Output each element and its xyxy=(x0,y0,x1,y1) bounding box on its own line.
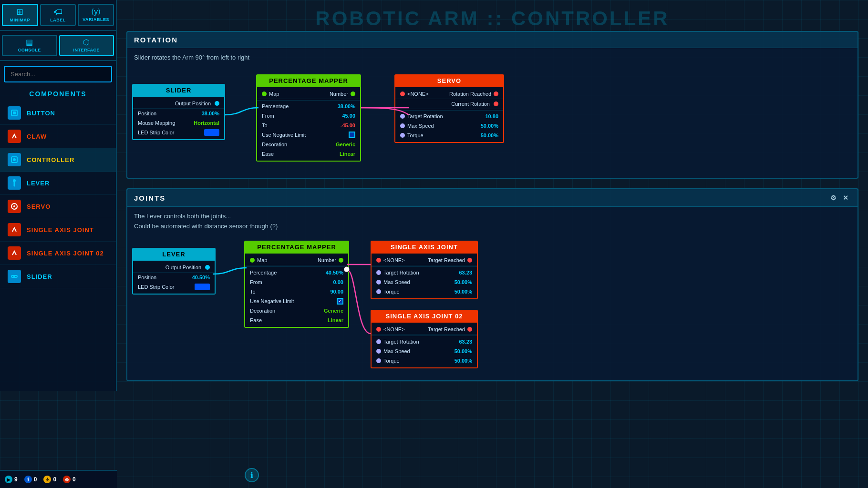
neg-limit-checkbox[interactable] xyxy=(349,132,355,138)
console-label: CONSOLE xyxy=(18,48,41,52)
joints-panel-title: JOINTS ⚙ ✕ xyxy=(127,189,858,207)
info-button-icon: ℹ xyxy=(250,471,253,480)
sidebar-item-button[interactable]: BUTTON xyxy=(0,102,116,125)
info-button[interactable]: ℹ xyxy=(245,468,259,482)
variables-button[interactable]: ⟨y⟩ VARIABLES xyxy=(78,4,114,26)
joints-wires xyxy=(127,238,858,386)
pct-mapper-rotation-io-row: Map Number xyxy=(257,89,360,99)
pct-mapper-rotation-body: Map Number Percentage 38.00% From xyxy=(256,87,361,162)
sidebar-item-lever[interactable]: LEVER xyxy=(0,172,116,195)
servo-target-rotation: Target Rotation 10.80 xyxy=(395,112,503,121)
pct-rot-percentage: Percentage 38.00% xyxy=(257,102,360,111)
pct-joints-to: To 90.00 xyxy=(245,287,348,296)
button-icon xyxy=(8,106,21,120)
saj-max-speed: Max Speed 50.00% xyxy=(372,277,477,287)
info-item-info: ℹ 0 xyxy=(24,476,37,483)
sidebar-item-controller[interactable]: CONTROLLER xyxy=(0,148,116,172)
pct-rot-neg-limit: Use Negative Limit xyxy=(257,130,360,140)
error-count: 0 xyxy=(72,476,76,483)
info-count: 0 xyxy=(34,476,37,483)
variables-icon: ⟨y⟩ xyxy=(91,8,101,16)
lever-component-label: LEVER xyxy=(27,180,50,187)
controller-icon xyxy=(8,153,21,166)
sidebar-second-row: ▤ CONSOLE ⬡ INTERFACE xyxy=(0,31,116,61)
lever-node-header: LEVER xyxy=(132,248,216,261)
button-component-label: BUTTON xyxy=(27,110,55,117)
saj02-max-speed: Max Speed 50.00% xyxy=(372,346,477,356)
interface-icon: ⬡ xyxy=(83,39,90,46)
controller-component-label: CONTROLLER xyxy=(27,156,74,163)
single-axis-joint-02-icon xyxy=(8,246,21,260)
lever-led-row: LED Strip Color xyxy=(133,282,215,292)
sidebar-item-single-axis-joint[interactable]: SINGLE AXIS JOINT xyxy=(0,218,116,242)
servo-icon xyxy=(8,200,21,213)
variables-label: VARIABLES xyxy=(83,17,109,22)
lever-position-row: Position 40.50% xyxy=(133,273,215,282)
warning-indicator: ⚠ xyxy=(43,476,51,483)
joints-neg-limit-checkbox[interactable]: ✓ xyxy=(337,298,343,305)
saj02-torque: Torque 50.00% xyxy=(372,356,477,366)
single-axis-joint-node: SINGLE AXIS JOINT <NONE> Target Reached xyxy=(371,241,478,299)
info-item-error: ⊗ 0 xyxy=(63,476,76,483)
interface-button[interactable]: ⬡ INTERFACE xyxy=(59,35,114,56)
pct-joints-decoration: Decoration Generic xyxy=(245,306,348,315)
saj-torque: Torque 50.00% xyxy=(372,287,477,296)
pct-mapper-joints-node: PERCENTAGE MAPPER Map Number xyxy=(244,241,349,328)
pct-joints-neg-limit: Use Negative Limit ✓ xyxy=(245,296,348,306)
label-button[interactable]: 🏷 LABEL xyxy=(40,4,76,26)
claw-component-label: CLAW xyxy=(27,133,47,140)
sidebar-item-slider[interactable]: SLIDER xyxy=(0,265,116,288)
servo-torque: Torque 50.00% xyxy=(395,131,503,140)
saj-body: <NONE> Target Reached Target Rotation xyxy=(371,254,478,299)
lever-icon xyxy=(8,176,21,190)
sidebar: ⊞ MINIMAP 🏷 LABEL ⟨y⟩ VARIABLES ▤ CONSOL… xyxy=(0,0,117,391)
saj02-header: SINGLE AXIS JOINT 02 xyxy=(371,310,478,323)
saj02-io-row: <NONE> Target Reached xyxy=(372,325,477,335)
label-icon: 🏷 xyxy=(54,8,62,16)
joints-close-button[interactable]: ✕ xyxy=(841,193,851,203)
pct-rot-decoration: Decoration Generic xyxy=(257,140,360,149)
servo-component-label: SERVO xyxy=(27,203,51,210)
svg-rect-1 xyxy=(13,112,16,114)
saj02-body: <NONE> Target Reached Target Rotation xyxy=(371,323,478,368)
component-list: BUTTON CLAW CONTROLLER LEVER SERVO xyxy=(0,102,116,391)
saj-io-row: <NONE> Target Reached xyxy=(372,255,477,265)
pct-joints-percentage: Percentage 40.50% xyxy=(245,268,348,277)
svg-rect-9 xyxy=(13,275,15,278)
info-item-play: ▶ 9 xyxy=(5,476,18,483)
pct-mapper-joints-io-row: Map Number xyxy=(245,255,348,265)
sidebar-top-icons: ⊞ MINIMAP 🏷 LABEL ⟨y⟩ VARIABLES xyxy=(0,0,116,31)
joints-settings-button[interactable]: ⚙ xyxy=(829,193,838,203)
slider-component-label: SLIDER xyxy=(27,273,52,280)
single-axis-joint-label: SINGLE AXIS JOINT xyxy=(27,226,94,234)
console-button[interactable]: ▤ CONSOLE xyxy=(2,35,57,56)
search-input[interactable] xyxy=(4,66,112,82)
lever-output-row: Output Position xyxy=(133,263,215,273)
servo-current-rotation-row: Current Rotation xyxy=(395,99,503,109)
page-title: ROBOTIC ARM :: CONTROLLER xyxy=(117,7,868,30)
slider-output-row: Output Position xyxy=(133,99,224,109)
info-item-warning: ⚠ 0 xyxy=(43,476,56,483)
lever-led-swatch xyxy=(195,284,210,290)
slider-position-row: Position 38.00% xyxy=(133,109,224,118)
sidebar-item-claw[interactable]: CLAW xyxy=(0,125,116,148)
svg-point-5 xyxy=(13,179,16,182)
pct-mapper-rotation-node: PERCENTAGE MAPPER Map Number xyxy=(256,74,361,162)
console-icon: ▤ xyxy=(26,39,33,46)
rotation-panel-desc: Slider rotates the Arm 90° from left to … xyxy=(127,48,858,70)
servo-rotation-io-row: <NONE> Rotation Reached xyxy=(395,89,503,99)
sidebar-item-single-axis-joint-02[interactable]: SINGLE AXIS JOINT 02 xyxy=(0,242,116,265)
warning-count: 0 xyxy=(53,476,56,483)
minimap-button[interactable]: ⊞ MINIMAP xyxy=(2,4,38,26)
sidebar-item-servo[interactable]: SERVO xyxy=(0,195,116,218)
minimap-icon: ⊞ xyxy=(16,8,23,16)
pct-mapper-rotation-header: PERCENTAGE MAPPER xyxy=(256,74,361,87)
info-bar: ▶ 9 ℹ 0 ⚠ 0 ⊗ 0 xyxy=(0,470,117,488)
pct-rot-ease: Ease Linear xyxy=(257,149,360,159)
main-area: ROBOTIC ARM :: CONTROLLER ROTATION Slide… xyxy=(117,0,868,488)
slider-node-body: Output Position Position 38.00% Mouse Ma… xyxy=(132,97,225,140)
info-indicator: ℹ xyxy=(24,476,32,483)
joints-panel-desc: The Lever controls both the joints... Co… xyxy=(127,207,858,238)
pct-rot-to: To -45.00 xyxy=(257,121,360,130)
slider-node-header: SLIDER xyxy=(132,84,225,97)
